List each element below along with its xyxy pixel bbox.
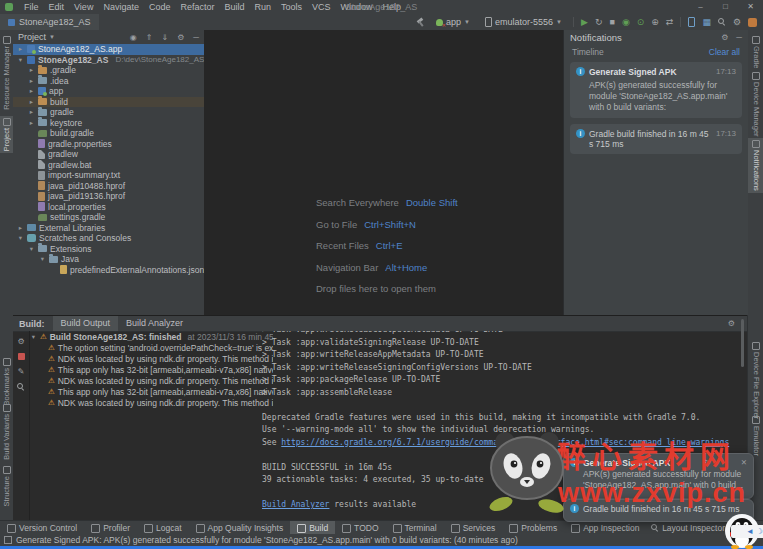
event-log-icon[interactable]: [4, 536, 12, 544]
tool-strip-item-resource-manager[interactable]: Resource Manager: [0, 34, 13, 112]
tool-window-button-build[interactable]: Build: [290, 521, 335, 535]
menu-build[interactable]: Build: [219, 0, 249, 14]
tool-window-button-logcat[interactable]: Logcat: [137, 521, 189, 535]
stop-icon[interactable]: ■: [609, 17, 614, 27]
layout-inspector-button[interactable]: Layout Inspector: [651, 523, 763, 533]
search-everywhere-icon[interactable]: [718, 18, 726, 26]
tree-item-gradle[interactable]: ▸.gradle: [13, 65, 204, 76]
hammer-icon[interactable]: [416, 18, 425, 27]
tree-collapsed-chevron-icon[interactable]: ▸: [17, 45, 24, 53]
navigation-bar-item[interactable]: StoneAge182_AS: [0, 14, 99, 30]
settings-gear-icon[interactable]: ⚙: [733, 17, 741, 27]
console-gear-icon[interactable]: ⚙: [728, 319, 735, 328]
build-tree-row[interactable]: ⚠This app only has 32-bit [armeabi,armea…: [30, 364, 273, 375]
tool-window-button-app-quality-insights[interactable]: App Quality Insights: [189, 521, 291, 535]
collapse-all-icon[interactable]: ⇓: [161, 33, 168, 42]
tree-item-keystore[interactable]: ▸keystore: [13, 118, 204, 129]
tool-strip-item-device-file-explorer[interactable]: Device File Explorer: [748, 340, 763, 421]
tree-item-stoneage182-as[interactable]: ▾StoneAge182_ASD:\dev\StoneAge182_AS: [13, 55, 204, 66]
menu-code[interactable]: Code: [144, 0, 176, 14]
tree-item-app[interactable]: ▸app: [13, 86, 204, 97]
tree-item-build[interactable]: ▸build: [13, 97, 204, 108]
tree-item-external-libraries[interactable]: ▸External Libraries: [13, 223, 204, 234]
tree-expanded-chevron-icon[interactable]: ▾: [17, 234, 24, 242]
menu-window[interactable]: Window: [336, 0, 378, 14]
tree-item-gradlew-bat[interactable]: gradlew.bat: [13, 160, 204, 171]
tool-window-button-todo[interactable]: TODO: [335, 521, 385, 535]
build-tree-row[interactable]: ⚠NDK was located by using ndk.dir proper…: [30, 397, 273, 408]
tree-item-gradle-properties[interactable]: gradle.properties: [13, 139, 204, 150]
tree-item-import-summary-txt[interactable]: import-summary.txt: [13, 170, 204, 181]
tree-expanded-chevron-icon[interactable]: ▾: [28, 245, 35, 253]
tree-item-java-pid10488-hprof[interactable]: java_pid10488.hprof: [13, 181, 204, 192]
locate-icon[interactable]: ◉: [130, 33, 137, 42]
tree-expanded-chevron-icon[interactable]: ▾: [30, 333, 37, 341]
build-tree-row[interactable]: ⚠This app only has 32-bit [armeabi,armea…: [30, 386, 273, 397]
tree-item-gradle[interactable]: ▸gradle: [13, 107, 204, 118]
device-select[interactable]: emulator-5556 ▼: [481, 16, 566, 28]
menu-file[interactable]: File: [19, 0, 44, 14]
console-scrollbar[interactable]: [741, 319, 744, 367]
tree-item-java[interactable]: ▾Java: [13, 254, 204, 265]
menu-view[interactable]: View: [69, 0, 98, 14]
build-tree-row[interactable]: ⚠NDK was located by using ndk.dir proper…: [30, 353, 273, 364]
gear-icon[interactable]: ⚙: [697, 458, 709, 467]
apply-changes-icon[interactable]: ↻: [595, 17, 603, 27]
menu-run[interactable]: Run: [249, 0, 276, 14]
build-tree-row[interactable]: ⚠The option setting 'android.overridePat…: [30, 342, 273, 353]
tree-collapsed-chevron-icon[interactable]: ▸: [28, 98, 35, 106]
attach-debugger-icon[interactable]: ⊕: [651, 17, 659, 27]
console-link[interactable]: Build Analyzer: [262, 500, 329, 509]
tool-strip-item-notifications[interactable]: Notifications: [748, 138, 763, 193]
tool-window-button-profiler[interactable]: Profiler: [84, 521, 137, 535]
profile-avatar[interactable]: [748, 18, 757, 27]
filter-icon[interactable]: ⚙: [17, 337, 24, 346]
tab-build-analyzer[interactable]: Build Analyzer: [118, 316, 191, 331]
tool-strip-item-structure[interactable]: Structure: [0, 464, 13, 508]
tree-collapsed-chevron-icon[interactable]: ▸: [28, 108, 35, 116]
notification-card-gradle-build-finished-in[interactable]: iGradle build finished in 16 m 45 s 715 …: [570, 124, 742, 154]
tree-collapsed-chevron-icon[interactable]: ▸: [28, 87, 35, 95]
close-button[interactable]: ✕: [738, 0, 763, 14]
build-tree-row[interactable]: ▾⚠Build StoneAge182_AS: finishedat 2023/…: [30, 331, 273, 342]
tree-collapsed-chevron-icon[interactable]: ▸: [28, 66, 35, 74]
tree-item-settings-gradle[interactable]: settings.gradle: [13, 212, 204, 223]
menu-navigate[interactable]: Navigate: [98, 0, 144, 14]
tree-collapsed-chevron-icon[interactable]: ▸: [17, 224, 24, 232]
build-tree-row[interactable]: ⚠NDK was located by using ndk.dir proper…: [30, 375, 273, 386]
stop-icon[interactable]: [18, 353, 25, 360]
menu-refactor[interactable]: Refactor: [175, 0, 219, 14]
expand-all-icon[interactable]: ⇑: [146, 33, 153, 42]
close-icon[interactable]: ✕: [736, 458, 747, 467]
gear-icon[interactable]: ⚙: [721, 33, 728, 42]
balloon-notification-apk[interactable]: i Generate Signed APK ⚙ ✕ APK(s) generat…: [563, 453, 754, 499]
minimize-button[interactable]: –: [688, 0, 713, 14]
tree-collapsed-chevron-icon[interactable]: ▸: [28, 77, 35, 85]
search-icon[interactable]: [17, 383, 25, 391]
chevron-down-icon[interactable]: ▼: [49, 34, 55, 40]
sync-project-icon[interactable]: ⇄: [666, 17, 674, 27]
hide-panel-icon[interactable]: ─: [193, 33, 199, 42]
maximize-button[interactable]: □: [713, 0, 738, 14]
tool-window-button-app-inspection[interactable]: App Inspection: [564, 521, 646, 535]
balloon-notification-gradle[interactable]: i Gradle build finished in 16 m 45 s 715…: [563, 499, 754, 522]
tree-item-predefinedexternalannotations-json[interactable]: predefinedExternalAnnotations.json: [13, 265, 204, 276]
run-icon[interactable]: ▶: [581, 17, 588, 27]
notification-card-generate-signed-apk[interactable]: iGenerate Signed APK17:13APK(s) generate…: [570, 62, 742, 118]
device-manager-icon[interactable]: [688, 17, 695, 27]
tree-item-gradlew[interactable]: gradlew: [13, 149, 204, 160]
tool-strip-item-emulator[interactable]: Emulator: [748, 414, 763, 458]
menu-help[interactable]: Help: [378, 0, 407, 14]
avd-manager-icon[interactable]: ▦: [702, 17, 711, 27]
tool-window-button-problems[interactable]: Problems: [502, 521, 564, 535]
tree-expanded-chevron-icon[interactable]: ▾: [39, 255, 46, 263]
menu-edit[interactable]: Edit: [44, 0, 70, 14]
hide-panel-icon[interactable]: ─: [736, 33, 742, 42]
tree-item-build-gradle[interactable]: build.gradle: [13, 128, 204, 139]
profiler-icon[interactable]: ⊙: [637, 17, 645, 27]
tree-item-stoneage182-as-app[interactable]: ▸StoneAge182_AS.app: [13, 44, 204, 55]
tree-item-idea[interactable]: ▸.idea: [13, 76, 204, 87]
tool-strip-item-build-variants[interactable]: Build Variants: [0, 402, 13, 462]
tree-collapsed-chevron-icon[interactable]: ▸: [28, 119, 35, 127]
tree-expanded-chevron-icon[interactable]: ▾: [17, 56, 24, 64]
